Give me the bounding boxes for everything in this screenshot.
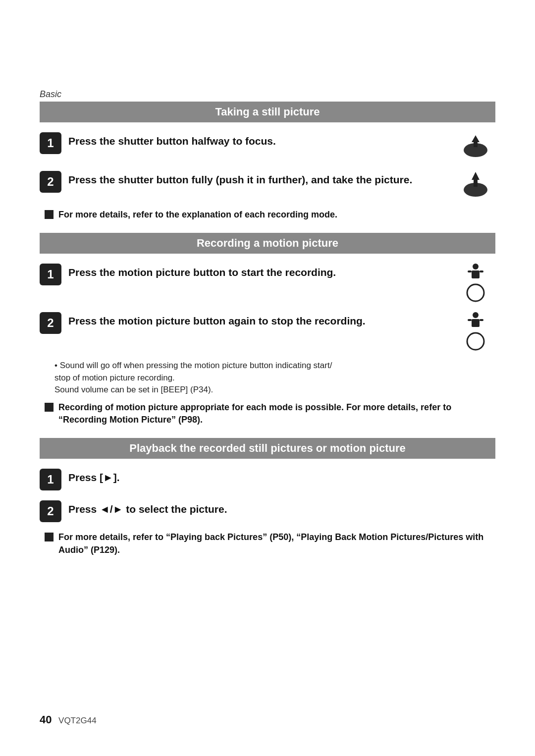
- motion-step2-text: Press the motion picture button again to…: [68, 311, 449, 328]
- motion-step1-number: 1: [40, 264, 61, 285]
- motion-step1-row: 1 Press the motion picture button to sta…: [40, 263, 495, 302]
- svg-marker-4: [472, 172, 480, 180]
- playback-step1-number: 1: [40, 469, 61, 490]
- motion-record-circle-icon: [466, 283, 485, 302]
- svg-rect-2: [474, 142, 478, 147]
- still-step2-row: 2 Press the shutter button fully (push i…: [40, 170, 495, 200]
- svg-point-6: [473, 264, 479, 270]
- motion-note-text: Recording of motion picture appropriate …: [58, 401, 495, 426]
- playback-header: Playback the recorded still pictures or …: [40, 438, 495, 459]
- playback-step2-text: Press ◄/► to select the picture.: [68, 499, 495, 516]
- svg-rect-8: [468, 270, 472, 272]
- motion-step1-text: Press the motion picture button to start…: [68, 263, 449, 279]
- playback-note-row: For more details, refer to “Playing back…: [40, 531, 495, 556]
- motion-step2-row: 2 Press the motion picture button again …: [40, 311, 495, 351]
- motion-bullet-note: • Sound will go off when pressing the mo…: [40, 360, 495, 396]
- page: Basic Taking a still picture 1 Press the…: [0, 0, 535, 756]
- motion-picture-header: Recording a motion picture: [40, 233, 495, 254]
- still-picture-section: Taking a still picture 1 Press the shutt…: [40, 102, 495, 221]
- still-step1-number: 1: [40, 132, 61, 154]
- playback-note-square-icon: [45, 533, 54, 541]
- motion-note-square-icon: [45, 403, 54, 412]
- shutter-half-icon: [461, 131, 490, 161]
- model-number: VQT2G44: [58, 716, 97, 725]
- still-note-text: For more details, refer to the explanati…: [58, 209, 337, 221]
- motion-step1-icon: [456, 263, 495, 302]
- playback-step1-row: 1 Press [►].: [40, 468, 495, 490]
- svg-rect-13: [468, 319, 472, 321]
- svg-point-10: [467, 284, 484, 301]
- shutter-full-icon: [461, 170, 490, 200]
- motion-person2-icon: [465, 311, 486, 329]
- svg-rect-14: [480, 319, 483, 321]
- page-footer: 40 VQT2G44: [40, 713, 97, 726]
- still-step1-row: 1 Press the shutter button halfway to fo…: [40, 131, 495, 161]
- still-step1-icon: [456, 131, 495, 161]
- svg-point-15: [467, 333, 484, 350]
- playback-step2-number: 2: [40, 500, 61, 522]
- motion-camera-icon-group: [465, 263, 486, 302]
- motion-step2-icon: [456, 311, 495, 351]
- still-picture-header: Taking a still picture: [40, 102, 495, 122]
- svg-rect-7: [472, 270, 480, 278]
- svg-rect-9: [480, 270, 483, 272]
- still-note-row: For more details, refer to the explanati…: [40, 209, 495, 221]
- still-note-square-icon: [45, 210, 54, 219]
- motion-note-text-content: Recording of motion picture appropriate …: [58, 402, 451, 425]
- playback-note-text: For more details, refer to “Playing back…: [58, 531, 495, 556]
- motion-stop-circle-icon: [466, 332, 485, 351]
- svg-rect-5: [474, 180, 478, 187]
- motion-bullet-text: • Sound will go off when pressing the mo…: [54, 361, 332, 394]
- playback-step2-row: 2 Press ◄/► to select the picture.: [40, 499, 495, 522]
- page-number: 40: [40, 713, 52, 726]
- still-step2-icon: [456, 170, 495, 200]
- still-step2-number: 2: [40, 171, 61, 193]
- still-step1-text: Press the shutter button halfway to focu…: [68, 131, 449, 148]
- still-step2-text: Press the shutter button fully (push it …: [68, 170, 449, 187]
- motion-stop-icon-group: [465, 311, 486, 351]
- playback-section: Playback the recorded still pictures or …: [40, 438, 495, 556]
- motion-step2-number: 2: [40, 312, 61, 334]
- motion-note-row: Recording of motion picture appropriate …: [40, 401, 495, 426]
- motion-picture-section: Recording a motion picture 1 Press the m…: [40, 233, 495, 426]
- motion-person-icon: [465, 263, 486, 280]
- svg-point-11: [473, 312, 479, 318]
- basic-label: Basic: [40, 0, 495, 102]
- playback-step1-text: Press [►].: [68, 468, 495, 485]
- svg-marker-1: [472, 135, 480, 142]
- svg-rect-12: [472, 319, 480, 327]
